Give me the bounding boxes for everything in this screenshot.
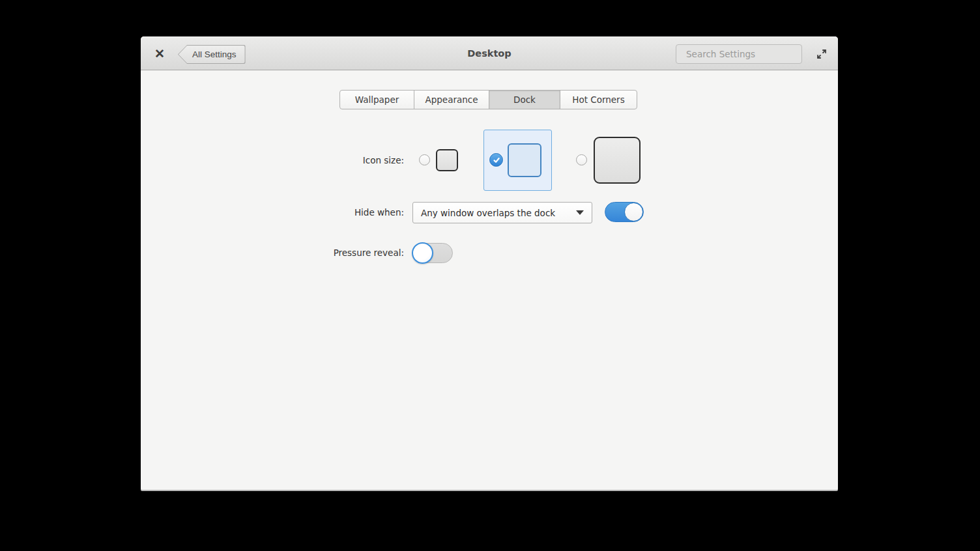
search-field[interactable] [676, 44, 802, 64]
icon-size-preview-medium[interactable] [508, 143, 541, 177]
icon-size-radio-large[interactable] [576, 154, 587, 165]
hide-when-label: Hide when: [261, 207, 404, 218]
pressure-reveal-label: Pressure reveal: [261, 247, 404, 258]
icon-size-radio-medium[interactable] [489, 153, 503, 167]
headerbar: ✕ All Settings Desktop [141, 36, 838, 70]
search-input[interactable] [686, 49, 798, 59]
tab-hot-corners[interactable]: Hot Corners [560, 90, 637, 109]
tab-dock[interactable]: Dock [489, 90, 560, 109]
icon-size-radio-small[interactable] [419, 154, 430, 165]
chevron-down-icon [576, 210, 584, 215]
tab-wallpaper[interactable]: Wallpaper [339, 90, 414, 109]
back-button-label: All Settings [192, 49, 237, 59]
icon-size-preview-small[interactable] [436, 149, 458, 171]
pressure-reveal-toggle[interactable] [412, 243, 453, 263]
expand-button[interactable] [813, 46, 830, 62]
all-settings-back-button[interactable]: All Settings [178, 45, 246, 64]
hide-when-dropdown-value: Any window overlaps the dock [421, 208, 555, 218]
hide-when-toggle[interactable] [605, 202, 644, 222]
check-icon [493, 156, 500, 164]
hide-when-dropdown[interactable]: Any window overlaps the dock [412, 202, 592, 223]
tab-bar: Wallpaper Appearance Dock Hot Corners [339, 90, 637, 109]
settings-window: ✕ All Settings Desktop Wallpaper [141, 36, 838, 490]
close-icon: ✕ [154, 46, 165, 61]
toggle-knob [412, 242, 433, 264]
tab-appearance[interactable]: Appearance [414, 90, 489, 109]
icon-size-label: Icon size: [261, 155, 404, 165]
icon-size-preview-large[interactable] [594, 137, 641, 184]
expand-arrows-icon [816, 48, 828, 60]
toggle-knob [624, 203, 643, 221]
close-button[interactable]: ✕ [150, 36, 169, 70]
